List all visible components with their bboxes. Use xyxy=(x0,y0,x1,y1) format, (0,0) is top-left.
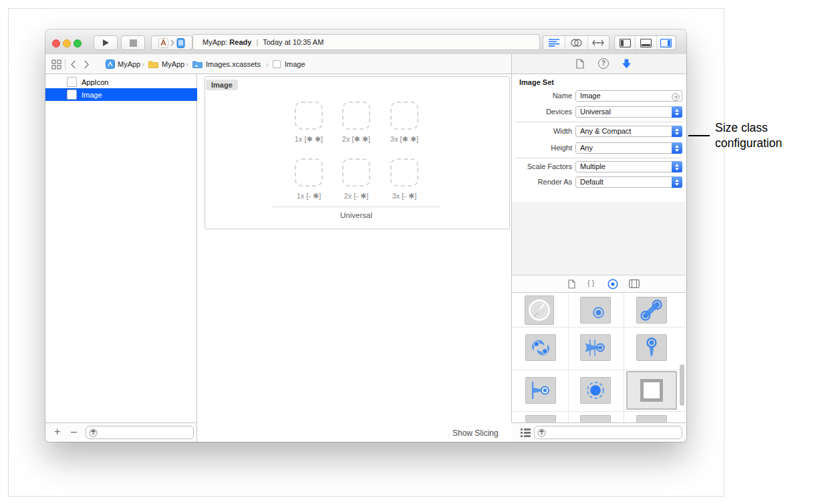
name-field-value: Image xyxy=(580,92,601,100)
asset-editor-canvas: Image 1x [✱ ✱] 2x [✱ ✱] 3x [✱ ✱] 1x [- ✱… xyxy=(197,74,511,442)
blank-image-icon xyxy=(640,379,663,402)
minimize-window-button[interactable] xyxy=(63,39,71,47)
media-item-partial[interactable] xyxy=(580,415,611,422)
render-as-popup-value: Default xyxy=(580,178,603,186)
sidebar-filter-field[interactable] xyxy=(86,426,194,439)
standard-editor-button[interactable] xyxy=(543,36,565,49)
close-window-button[interactable] xyxy=(52,39,60,47)
filter-icon xyxy=(89,428,98,437)
media-item-swirl[interactable] xyxy=(525,334,556,361)
run-button[interactable] xyxy=(94,35,118,50)
breadcrumb-image-set[interactable]: Image xyxy=(285,60,305,68)
compass-icon xyxy=(526,297,553,324)
breadcrumb-file[interactable]: Images.xcassets xyxy=(206,60,261,68)
project-icon xyxy=(106,59,115,69)
toggle-inspector-button[interactable] xyxy=(657,36,676,49)
popup-chevrons-icon xyxy=(672,126,682,137)
library-tab-bar: { } xyxy=(512,275,686,293)
version-editor-button[interactable] xyxy=(588,36,609,49)
media-item-partial[interactable] xyxy=(525,415,556,422)
inspector-panel-icon xyxy=(660,39,672,47)
breadcrumb-group[interactable]: MyApp xyxy=(162,60,184,68)
media-item-partial[interactable] xyxy=(636,415,667,422)
file-template-library-icon[interactable] xyxy=(568,279,575,289)
render-as-label: Render As xyxy=(513,176,572,188)
grid-divider xyxy=(568,293,569,422)
show-slicing-button[interactable]: Show Slicing xyxy=(452,428,499,438)
related-items-icon[interactable] xyxy=(51,59,61,70)
breadcrumb-project[interactable]: MyApp xyxy=(118,60,140,68)
sidebar-item-image[interactable]: Image xyxy=(45,88,197,101)
popup-chevrons-icon xyxy=(672,161,682,172)
library-filter-field[interactable] xyxy=(534,426,682,439)
annotation-line-1: Size class xyxy=(715,120,782,136)
image-well-3x-compact-any[interactable] xyxy=(390,158,418,186)
scale-factors-label: Scale Factors xyxy=(513,161,572,172)
image-set-title: Image xyxy=(206,80,238,90)
activity-viewer: MyApp: Ready|Today at 10:35 AM xyxy=(192,34,540,50)
xcode-project-icon xyxy=(158,38,168,48)
zoom-window-button[interactable] xyxy=(74,39,82,47)
media-item-pin[interactable] xyxy=(636,334,667,361)
name-label: Name xyxy=(513,90,572,102)
code-snippet-library-icon[interactable]: { } xyxy=(587,279,594,287)
media-item-dashed-circle[interactable] xyxy=(580,377,611,404)
grid-divider xyxy=(512,411,686,412)
popup-chevrons-icon xyxy=(672,142,682,154)
media-item-blank-image-selected[interactable] xyxy=(626,371,677,410)
list-view-toggle-icon[interactable] xyxy=(521,428,531,437)
standard-editor-icon xyxy=(549,39,559,47)
breadcrumb-separator: › xyxy=(186,60,188,68)
name-field[interactable]: Image xyxy=(575,90,682,102)
height-popup[interactable]: Any xyxy=(575,142,682,154)
image-well-3x-any-any[interactable] xyxy=(390,102,418,130)
assistant-editor-button[interactable] xyxy=(565,36,587,49)
scale-factors-popup[interactable]: Multiple xyxy=(575,161,682,172)
navigate-arrow-icon[interactable] xyxy=(672,93,680,101)
attributes-inspector-icon[interactable] xyxy=(621,58,632,70)
view-segmented-control xyxy=(614,35,676,50)
scheme-selector[interactable] xyxy=(151,35,192,50)
media-library-icon[interactable] xyxy=(607,279,618,289)
sidebar-bottom-bar: + – xyxy=(45,422,197,442)
add-asset-button[interactable]: + xyxy=(54,425,60,438)
go-forward-icon[interactable] xyxy=(84,60,90,69)
callout-line xyxy=(688,135,710,136)
asset-catalog-icon xyxy=(192,60,202,68)
render-as-popup[interactable]: Default xyxy=(575,176,682,188)
dashed-circle-icon xyxy=(581,377,610,404)
toolbar: MyApp: Ready|Today at 10:35 AM xyxy=(45,29,686,55)
width-popup[interactable]: Any & Compact xyxy=(575,126,682,137)
image-well-2x-any-any[interactable] xyxy=(342,102,370,130)
image-well-2x-compact-any[interactable] xyxy=(342,158,370,186)
image-well-1x-compact-any[interactable] xyxy=(295,158,323,186)
devices-popup[interactable]: Universal xyxy=(575,106,682,118)
media-item-spray-arrow[interactable] xyxy=(580,334,611,361)
navigator-panel-icon xyxy=(620,39,631,47)
media-item-compass[interactable] xyxy=(525,295,554,325)
object-library-icon[interactable] xyxy=(629,279,640,288)
stop-button[interactable] xyxy=(121,35,145,50)
sidebar-item-appicon[interactable]: AppIcon xyxy=(45,76,197,88)
library-bottom-bar xyxy=(512,422,686,442)
height-popup-value: Any xyxy=(580,144,593,152)
image-well-1x-any-any[interactable] xyxy=(295,102,323,130)
file-inspector-icon[interactable] xyxy=(576,59,584,69)
media-item-link[interactable] xyxy=(636,297,667,324)
library-scrollbar-thumb[interactable] xyxy=(680,364,684,406)
toggle-navigator-button[interactable] xyxy=(615,36,636,49)
media-item-bar-attachment[interactable] xyxy=(525,377,556,404)
quick-help-inspector-icon[interactable]: ? xyxy=(598,58,609,69)
status-divider: | xyxy=(256,38,258,46)
remove-asset-button[interactable]: – xyxy=(71,425,77,438)
toggle-debug-area-button[interactable] xyxy=(636,36,656,49)
idiom-group-label: Universal xyxy=(313,211,400,219)
breadcrumb-separator: › xyxy=(142,60,144,68)
debug-area-panel-icon xyxy=(640,39,652,47)
annotation-line-2: configuration xyxy=(715,136,782,151)
status-state: Ready xyxy=(229,38,251,46)
go-back-icon[interactable] xyxy=(70,60,76,69)
media-item-center-dot[interactable] xyxy=(580,297,611,324)
bar-attachment-icon xyxy=(526,377,555,404)
field-arrow-icon xyxy=(581,334,610,361)
